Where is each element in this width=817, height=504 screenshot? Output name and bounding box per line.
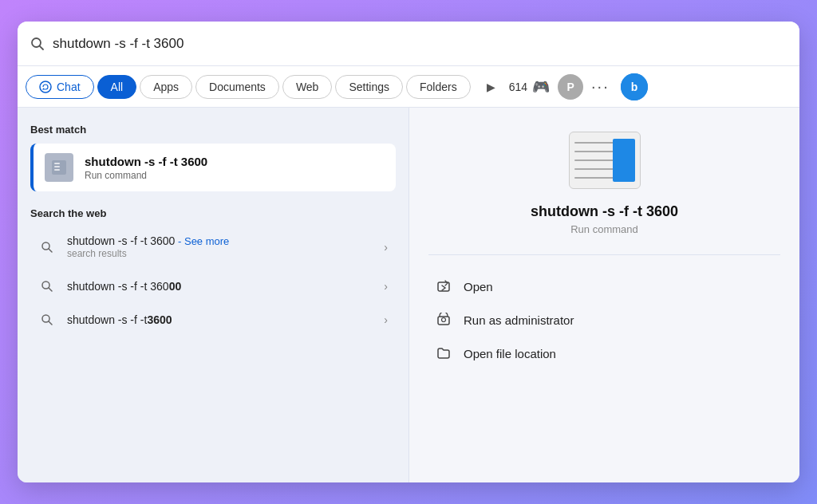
app-icon-blue-block: [613, 139, 635, 182]
web-result-0[interactable]: shutdown -s -f -t 3600 - See more search…: [30, 224, 396, 270]
best-match-title: Best match: [30, 124, 396, 136]
chat-icon: [39, 81, 52, 93]
web-result-text-1: shutdown -s -f -t 36000: [67, 280, 373, 293]
tab-bar: Chat All Apps Documents Web Settings Fol…: [18, 66, 799, 108]
web-result-text-2: shutdown -s -f -t3600: [67, 313, 373, 326]
best-match-item[interactable]: shutdown -s -f -t 3600 Run command: [30, 144, 396, 191]
bing-logo: b: [621, 73, 648, 100]
gamepad-icon: 🎮: [532, 78, 550, 96]
bing-icon[interactable]: b: [621, 73, 648, 100]
tab-settings[interactable]: Settings: [335, 75, 403, 99]
result-count: 614: [509, 81, 527, 93]
svg-rect-8: [54, 169, 60, 171]
icon-line-2: [574, 151, 616, 152]
tab-all[interactable]: All: [97, 75, 137, 99]
search-bar: [18, 22, 799, 66]
action-open-file-location[interactable]: Open file location: [428, 338, 780, 368]
svg-line-12: [49, 288, 52, 291]
action-file-location-label: Open file location: [464, 347, 556, 360]
app-icon-lines: [573, 136, 618, 185]
svg-line-14: [49, 321, 52, 325]
search-icon: [30, 37, 45, 51]
icon-line-3: [574, 159, 616, 161]
action-list: Open Run as administrator: [428, 271, 780, 368]
web-result-text-0: shutdown -s -f -t 3600 - See more search…: [67, 234, 373, 259]
best-match-name: shutdown -s -f -t 3600: [85, 155, 207, 168]
action-run-as-admin[interactable]: Run as administrator: [428, 305, 780, 335]
chevron-icon-0: ›: [384, 241, 388, 254]
icon-line-4: [574, 168, 616, 170]
best-match-app-icon: [45, 153, 73, 182]
action-open[interactable]: Open: [428, 271, 780, 301]
right-panel-subtitle: Run command: [570, 223, 638, 235]
search-web-icon-1: [38, 280, 56, 293]
panel-divider: [428, 254, 780, 255]
svg-line-10: [49, 249, 52, 252]
svg-rect-7: [54, 166, 60, 167]
tab-chat[interactable]: Chat: [26, 75, 94, 99]
search-window: Chat All Apps Documents Web Settings Fol…: [18, 22, 799, 482]
left-panel: Best match shutdown -s -f -t 3600 Run co…: [18, 108, 408, 482]
more-button[interactable]: ···: [586, 77, 614, 96]
profile-avatar[interactable]: P: [558, 74, 583, 100]
search-web-title: Search the web: [30, 207, 396, 219]
action-admin-label: Run as administrator: [464, 313, 574, 327]
icon-line-1: [574, 142, 616, 144]
svg-point-17: [442, 318, 446, 322]
svg-text:b: b: [630, 81, 637, 93]
app-icon-container: [569, 132, 641, 189]
chevron-icon-1: ›: [384, 280, 388, 293]
right-panel: shutdown -s -f -t 3600 Run command Open: [408, 108, 799, 482]
search-web-section: Search the web shutdown -s -f -t 3600 - …: [30, 207, 396, 337]
svg-point-2: [40, 81, 51, 93]
chevron-icon-2: ›: [384, 313, 388, 326]
tab-apps[interactable]: Apps: [140, 75, 192, 99]
tab-web[interactable]: Web: [282, 75, 333, 99]
tab-folders[interactable]: Folders: [406, 75, 471, 99]
web-result-1[interactable]: shutdown -s -f -t 36000 ›: [30, 270, 396, 303]
icon-line-5: [574, 177, 616, 179]
svg-rect-6: [54, 163, 60, 164]
search-input[interactable]: [53, 36, 787, 52]
web-result-2[interactable]: shutdown -s -f -t3600 ›: [30, 303, 396, 337]
svg-line-1: [40, 45, 43, 49]
admin-icon: [435, 313, 452, 327]
right-panel-title: shutdown -s -f -t 3600: [531, 203, 678, 220]
search-web-icon-0: [38, 241, 56, 254]
play-button[interactable]: ▶: [477, 73, 506, 101]
search-web-icon-2: [38, 313, 56, 326]
tab-documents[interactable]: Documents: [195, 75, 279, 99]
action-open-label: Open: [464, 280, 493, 293]
main-content: Best match shutdown -s -f -t 3600 Run co…: [18, 108, 799, 482]
folder-icon: [435, 346, 452, 360]
best-match-subtitle: Run command: [85, 170, 207, 181]
open-icon: [435, 279, 452, 293]
